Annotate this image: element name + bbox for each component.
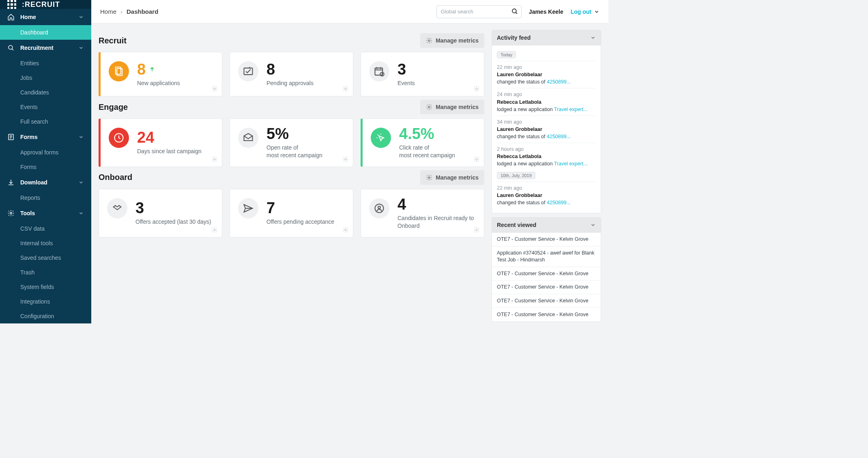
- search-icon[interactable]: [511, 8, 518, 15]
- feed-link[interactable]: 4250899...: [547, 200, 571, 205]
- card-settings-button[interactable]: [473, 86, 480, 92]
- feed-link[interactable]: 4250899...: [547, 79, 571, 85]
- feed-user: Rebecca Letlabola: [497, 99, 541, 105]
- sidebar-subitem-events[interactable]: Events: [0, 100, 91, 114]
- trend-up-icon: [149, 66, 155, 73]
- card-settings-button[interactable]: [342, 86, 349, 92]
- feed-time: 22 min ago: [497, 184, 596, 192]
- sidebar-subitem-system-fields[interactable]: System fields: [0, 280, 91, 294]
- target-icon: [369, 198, 389, 218]
- sidebar-subitem-dashboard[interactable]: Dashboard: [0, 25, 91, 40]
- sidebar-item-home[interactable]: Home: [0, 9, 91, 25]
- card-settings-button[interactable]: [211, 86, 218, 92]
- sidebar-item-tools[interactable]: Tools: [0, 205, 91, 221]
- metric-value: 5%: [266, 126, 346, 141]
- metric-card[interactable]: 8 Pending approvals: [230, 52, 353, 96]
- topbar: Home › Dashboard James Keele Log out: [91, 0, 608, 24]
- card-settings-button[interactable]: [211, 227, 218, 233]
- sidebar-subitem-internal-tools[interactable]: Internal tools: [0, 236, 91, 250]
- feed-link[interactable]: 4250899...: [547, 134, 571, 139]
- svg-point-12: [214, 88, 215, 90]
- brand-logo[interactable]: :RECRUIT: [0, 0, 91, 9]
- metric-card[interactable]: 8 New applications: [99, 52, 222, 96]
- sidebar-item-download[interactable]: Download: [0, 174, 91, 190]
- manage-metrics-button[interactable]: Manage metrics: [420, 33, 484, 48]
- sidebar-subitem-candidates[interactable]: Candidates: [0, 85, 91, 100]
- recent-viewed-item[interactable]: OTE7 - Customer Service - Kelvin Grove: [492, 280, 601, 294]
- feed-time: 34 min ago: [497, 118, 596, 126]
- section-header: Engage Manage metrics: [99, 100, 484, 114]
- sidebar-item-label: Configuration: [20, 313, 54, 319]
- feed-item: 22 min ago Lauren Grobbelaar changed the…: [497, 61, 596, 88]
- metric-card[interactable]: 7 Offers pending acceptance: [230, 189, 353, 238]
- chevron-down-icon: [78, 210, 84, 216]
- card-settings-button[interactable]: [342, 227, 349, 233]
- sidebar-nav: Home Dashboard Recruitment EntitiesJobsC…: [0, 9, 91, 323]
- svg-point-9: [428, 40, 430, 41]
- sidebar-subitem-jobs[interactable]: Jobs: [0, 71, 91, 85]
- metric-card[interactable]: 4.5% Click rate ofmost recent campaign: [361, 118, 484, 167]
- sidebar-subitem-entities[interactable]: Entities: [0, 56, 91, 71]
- feed-link[interactable]: Travel expert...: [554, 107, 588, 112]
- recent-viewed-header[interactable]: Recent viewed: [492, 217, 601, 233]
- gear-icon: [426, 104, 432, 110]
- recent-viewed-item[interactable]: OTE7 - Customer Service - Kelvin Grove: [492, 308, 601, 321]
- mail-icon: [238, 128, 258, 148]
- metric-card[interactable]: 4 Candidates in Recruit ready to Onboard: [361, 189, 484, 238]
- card-settings-button[interactable]: [211, 156, 218, 163]
- sidebar-subitem-reports[interactable]: Reports: [0, 190, 91, 205]
- metric-card[interactable]: 3 Offers accepted (last 30 days): [99, 189, 222, 238]
- sidebar-item-label: Saved searches: [20, 255, 61, 261]
- form-icon: [7, 133, 15, 141]
- metric-card[interactable]: 5% Open rate ofmost recent campaign: [230, 118, 353, 167]
- main: Home › Dashboard James Keele Log out Rec…: [91, 0, 608, 323]
- svg-point-6: [10, 212, 12, 214]
- sidebar-item-label: Forms: [20, 134, 38, 140]
- gear-icon: [426, 37, 432, 44]
- recent-viewed-item[interactable]: OTE7 - Customer Service - Kelvin Grove: [492, 233, 601, 246]
- card-settings-button[interactable]: [342, 156, 349, 163]
- feed-time: 2 hours ago: [497, 146, 596, 153]
- sidebar-subitem-saved-searches[interactable]: Saved searches: [0, 250, 91, 265]
- card-settings-button[interactable]: [473, 227, 480, 233]
- brand-text: :RECRUIT: [22, 0, 60, 9]
- metric-label: Open rate ofmost recent campaign: [266, 144, 346, 159]
- section-title: Recruit: [99, 36, 127, 45]
- sidebar-item-label: CSV data: [20, 225, 45, 232]
- metric-card[interactable]: 3 Events: [361, 52, 484, 96]
- sidebar-subitem-csv-data[interactable]: CSV data: [0, 221, 91, 236]
- feed-item: 34 min ago Lauren Grobbelaar changed the…: [497, 116, 596, 143]
- sidebar-item-label: Dashboard: [20, 29, 48, 36]
- manage-metrics-button[interactable]: Manage metrics: [420, 170, 484, 185]
- crumb-home[interactable]: Home: [100, 8, 116, 15]
- search-input[interactable]: [436, 5, 522, 18]
- metric-value: 24: [137, 130, 215, 145]
- activity-feed-header[interactable]: Activity feed: [492, 30, 601, 45]
- sidebar-item-label: Reports: [20, 195, 40, 201]
- feed-link[interactable]: Travel expert...: [554, 161, 588, 167]
- recent-viewed-item[interactable]: OTE7 - Customer Service - Kelvin Grove: [492, 294, 601, 308]
- sidebar-subitem-integrations[interactable]: Integrations: [0, 294, 91, 309]
- sidebar-subitem-trash[interactable]: Trash: [0, 265, 91, 280]
- sidebar-subitem-full-search[interactable]: Full search: [0, 114, 91, 129]
- user-name[interactable]: James Keele: [529, 9, 563, 15]
- recent-viewed-item[interactable]: OTE7 - Customer Service - Kelvin Grove: [492, 267, 601, 280]
- sidebar-item-label: Integrations: [20, 298, 50, 305]
- logout-button[interactable]: Log out: [571, 9, 599, 15]
- sidebar-subitem-forms[interactable]: Forms: [0, 160, 91, 174]
- svg-point-0: [9, 45, 13, 49]
- sidebar-item-label: Jobs: [20, 75, 32, 81]
- sidebar-item-recruitment[interactable]: Recruitment: [0, 40, 91, 56]
- metric-label: Events: [397, 79, 477, 87]
- sidebar-item-forms[interactable]: Forms: [0, 129, 91, 145]
- card-settings-button[interactable]: [473, 156, 480, 163]
- sidebar-subitem-approval-forms[interactable]: Approval forms: [0, 145, 91, 160]
- recent-viewed-item[interactable]: Application #3740524 - awef awef for Bla…: [492, 246, 601, 267]
- sidebar-item-label: Entities: [20, 60, 39, 66]
- manage-metrics-button[interactable]: Manage metrics: [420, 100, 484, 114]
- metric-card[interactable]: 24 Days since last campaign: [99, 118, 222, 167]
- breadcrumb: Home › Dashboard: [100, 8, 158, 15]
- calendar-icon: [369, 61, 389, 81]
- section-header: Recruit Manage metrics: [99, 33, 484, 48]
- sidebar-subitem-configuration[interactable]: Configuration: [0, 309, 91, 323]
